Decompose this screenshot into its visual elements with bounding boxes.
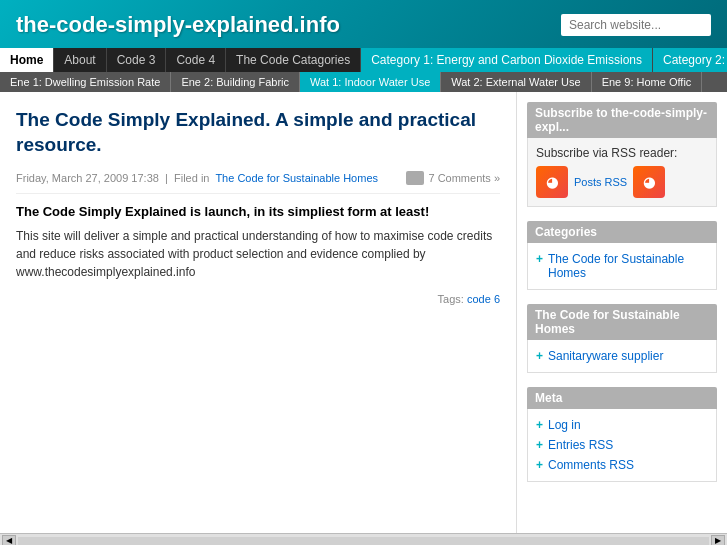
hscroll-track[interactable] [18,537,709,545]
post-title: The Code Simply Explained is launch, in … [16,204,500,219]
primary-nav: Home About Code 3 Code 4 The Code Catago… [0,48,727,72]
post-date-filed: Friday, March 27, 2009 17:38 | Filed in … [16,172,378,184]
nav-item-home[interactable]: Home [0,48,54,72]
site-header: the-code-simply-explained.info [0,0,727,48]
snav-ene9[interactable]: Ene 9: Home Offic [592,72,703,92]
secondary-nav: Ene 1: Dwelling Emission Rate Ene 2: Bui… [0,72,727,92]
horizontal-scrollbar: ◀ ▶ [0,533,727,545]
post-date: Friday, March 27, 2009 17:38 [16,172,159,184]
category-link[interactable]: The Code for Sustainable Homes [215,172,378,184]
tags-label: Tags: [438,293,464,305]
snav-ene1[interactable]: Ene 1: Dwelling Emission Rate [0,72,171,92]
nav-item-about[interactable]: About [54,48,106,72]
filed-in-label: Filed in [174,172,209,184]
categories-widget-body: The Code for Sustainable Homes [527,243,717,290]
rss-label: Subscribe via RSS reader: [536,146,708,160]
categories-widget: Categories The Code for Sustainable Home… [527,221,717,290]
sustainable-widget: The Code for Sustainable Homes Sanitaryw… [527,304,717,373]
comments-link[interactable]: 7 Comments » [406,171,500,185]
nav-item-catagories[interactable]: The Code Catagories [226,48,361,72]
hscroll-left-btn[interactable]: ◀ [2,535,16,546]
snav-wat1[interactable]: Wat 1: Indoor Water Use [300,72,441,92]
post-body: This site will deliver a simple and prac… [16,227,500,281]
subscribe-widget: Subscribe to the-code-simply-expl... Sub… [527,102,717,207]
comments-count: 7 Comments » [428,172,500,184]
sustainable-item-0[interactable]: Sanitaryware supplier [536,346,708,366]
content-area: The Code Simply Explained. A simple and … [0,92,517,533]
meta-widget: Meta Log in Entries RSS Comments RSS [527,387,717,482]
snav-ene2[interactable]: Ene 2: Building Fabric [171,72,300,92]
rss-row: ◕ Posts RSS ◕ [536,166,708,198]
rss-icon: ◕ [536,166,568,198]
nav-item-code4[interactable]: Code 4 [166,48,226,72]
rss-icon-2: ◕ [633,166,665,198]
comment-bubble-icon [406,171,424,185]
sustainable-widget-body: Sanitaryware supplier [527,340,717,373]
posts-rss-link[interactable]: Posts RSS [574,176,627,188]
main-area: The Code Simply Explained. A simple and … [0,92,727,533]
subscribe-widget-title: Subscribe to the-code-simply-expl... [527,102,717,138]
meta-widget-body: Log in Entries RSS Comments RSS [527,409,717,482]
sidebar: Subscribe to the-code-simply-expl... Sub… [517,92,727,533]
snav-wat2[interactable]: Wat 2: External Water Use [441,72,591,92]
sustainable-widget-title: The Code for Sustainable Homes [527,304,717,340]
post-tags: Tags: code 6 [16,293,500,305]
meta-item-0[interactable]: Log in [536,415,708,435]
categories-widget-title: Categories [527,221,717,243]
meta-item-2[interactable]: Comments RSS [536,455,708,475]
meta-item-1[interactable]: Entries RSS [536,435,708,455]
meta-widget-title: Meta [527,387,717,409]
post-meta: Friday, March 27, 2009 17:38 | Filed in … [16,171,500,194]
tag-link[interactable]: code 6 [467,293,500,305]
category-item-0[interactable]: The Code for Sustainable Homes [536,249,708,283]
hscroll-right-btn[interactable]: ▶ [711,535,725,546]
nav-item-code3[interactable]: Code 3 [107,48,167,72]
page-heading: The Code Simply Explained. A simple and … [16,108,500,157]
site-title: the-code-simply-explained.info [16,12,340,38]
subscribe-widget-body: Subscribe via RSS reader: ◕ Posts RSS ◕ [527,138,717,207]
search-input[interactable] [561,14,711,36]
nav-item-cat1[interactable]: Category 1: Energy and Carbon Dioxide Em… [361,48,653,72]
nav-item-cat2[interactable]: Category 2: W [653,48,727,72]
